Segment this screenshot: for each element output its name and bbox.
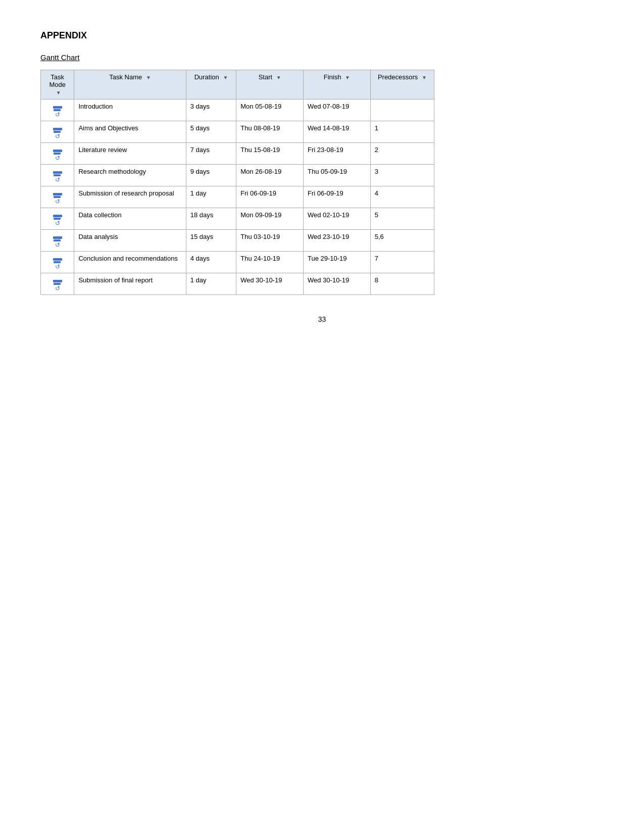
task-mode-cell: ↺ — [41, 252, 74, 273]
sort-icon-task-mode[interactable]: ▼ — [56, 90, 61, 95]
finish-cell: Thu 05-09-19 — [304, 165, 371, 186]
start-cell: Thu 24-10-19 — [236, 252, 304, 273]
finish-cell: Wed 14-08-19 — [304, 121, 371, 143]
finish-cell: Wed 23-10-19 — [304, 230, 371, 252]
table-row: ↺ Research methodology9 daysMon 26-08-19… — [41, 165, 434, 186]
task-name-cell: Data analysis — [74, 230, 186, 252]
duration-cell: 1 day — [186, 273, 236, 295]
predecessors-cell: 1 — [370, 121, 434, 143]
duration-cell: 7 days — [186, 143, 236, 165]
header-predecessors[interactable]: Predecessors ▼ — [370, 70, 434, 100]
table-row: ↺ Data analysis15 daysThu 03-10-19Wed 23… — [41, 230, 434, 252]
task-mode-cell: ↺ — [41, 230, 74, 252]
task-mode-icon: ↺ — [53, 171, 62, 183]
duration-cell: 3 days — [186, 100, 236, 121]
header-task-mode[interactable]: Task Mode ▼ — [41, 70, 74, 100]
duration-cell: 4 days — [186, 252, 236, 273]
task-mode-cell: ↺ — [41, 165, 74, 186]
finish-cell: Tue 29-10-19 — [304, 252, 371, 273]
finish-cell: Wed 07-08-19 — [304, 100, 371, 121]
predecessors-cell: 7 — [370, 252, 434, 273]
table-row: ↺ Submission of research proposal1 dayFr… — [41, 186, 434, 208]
finish-cell: Fri 06-09-19 — [304, 186, 371, 208]
table-row: ↺ Aims and Objectives5 daysThu 08-08-19W… — [41, 121, 434, 143]
task-name-cell: Research methodology — [74, 165, 186, 186]
header-start[interactable]: Start ▼ — [236, 70, 304, 100]
duration-cell: 1 day — [186, 186, 236, 208]
header-finish[interactable]: Finish ▼ — [304, 70, 371, 100]
sort-icon-start[interactable]: ▼ — [276, 75, 281, 80]
finish-cell: Fri 23-08-19 — [304, 143, 371, 165]
finish-cell: Wed 30-10-19 — [304, 273, 371, 295]
task-name-cell: Introduction — [74, 100, 186, 121]
task-mode-cell: ↺ — [41, 143, 74, 165]
table-row: ↺ Introduction3 daysMon 05-08-19Wed 07-0… — [41, 100, 434, 121]
predecessors-cell — [370, 100, 434, 121]
header-task-name[interactable]: Task Name ▼ — [74, 70, 186, 100]
table-header-row: Task Mode ▼ Task Name ▼ Duration ▼ Start… — [41, 70, 434, 100]
page-number: 33 — [40, 315, 604, 323]
task-mode-cell: ↺ — [41, 186, 74, 208]
finish-cell: Wed 02-10-19 — [304, 208, 371, 230]
task-name-cell: Submission of final report — [74, 273, 186, 295]
sort-icon-predecessors[interactable]: ▼ — [422, 75, 427, 80]
start-cell: Mon 09-09-19 — [236, 208, 304, 230]
start-cell: Wed 30-10-19 — [236, 273, 304, 295]
gantt-table: Task Mode ▼ Task Name ▼ Duration ▼ Start… — [40, 70, 434, 295]
task-mode-cell: ↺ — [41, 121, 74, 143]
duration-cell: 5 days — [186, 121, 236, 143]
table-row: ↺ Conclusion and recommendations4 daysTh… — [41, 252, 434, 273]
section-title: Gantt Chart — [40, 53, 604, 62]
duration-cell: 15 days — [186, 230, 236, 252]
task-name-cell: Submission of research proposal — [74, 186, 186, 208]
header-duration[interactable]: Duration ▼ — [186, 70, 236, 100]
predecessors-cell: 4 — [370, 186, 434, 208]
task-mode-icon: ↺ — [53, 106, 62, 118]
task-mode-icon: ↺ — [53, 128, 62, 139]
task-name-cell: Conclusion and recommendations — [74, 252, 186, 273]
task-name-cell: Aims and Objectives — [74, 121, 186, 143]
start-cell: Thu 03-10-19 — [236, 230, 304, 252]
task-mode-icon: ↺ — [53, 193, 62, 205]
task-name-cell: Data collection — [74, 208, 186, 230]
sort-icon-duration[interactable]: ▼ — [223, 75, 228, 80]
start-cell: Thu 15-08-19 — [236, 143, 304, 165]
sort-icon-task-name[interactable]: ▼ — [146, 75, 151, 80]
task-mode-icon: ↺ — [53, 215, 62, 226]
task-mode-icon: ↺ — [53, 236, 62, 248]
predecessors-cell: 2 — [370, 143, 434, 165]
start-cell: Mon 26-08-19 — [236, 165, 304, 186]
predecessors-cell: 5,6 — [370, 230, 434, 252]
table-row: ↺ Literature review7 daysThu 15-08-19Fri… — [41, 143, 434, 165]
table-row: ↺ Data collection18 daysMon 09-09-19Wed … — [41, 208, 434, 230]
sort-icon-finish[interactable]: ▼ — [345, 75, 350, 80]
task-mode-icon: ↺ — [53, 280, 62, 291]
start-cell: Mon 05-08-19 — [236, 100, 304, 121]
predecessors-cell: 5 — [370, 208, 434, 230]
table-row: ↺ Submission of final report1 dayWed 30-… — [41, 273, 434, 295]
predecessors-cell: 8 — [370, 273, 434, 295]
duration-cell: 18 days — [186, 208, 236, 230]
start-cell: Fri 06-09-19 — [236, 186, 304, 208]
task-mode-icon: ↺ — [53, 258, 62, 270]
duration-cell: 9 days — [186, 165, 236, 186]
task-mode-cell: ↺ — [41, 208, 74, 230]
predecessors-cell: 3 — [370, 165, 434, 186]
task-mode-cell: ↺ — [41, 273, 74, 295]
task-mode-cell: ↺ — [41, 100, 74, 121]
start-cell: Thu 08-08-19 — [236, 121, 304, 143]
task-name-cell: Literature review — [74, 143, 186, 165]
task-mode-icon: ↺ — [53, 150, 62, 161]
page-title: APPENDIX — [40, 30, 604, 41]
